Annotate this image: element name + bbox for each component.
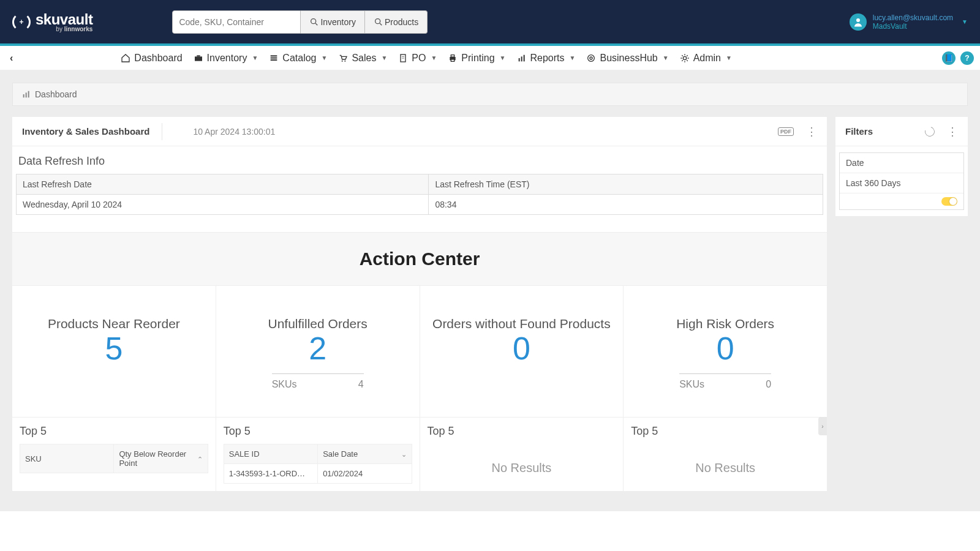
refresh-time-header: Last Refresh Time (EST)	[429, 174, 823, 195]
panel-timestamp: 10 Apr 2024 13:00:01	[193, 127, 275, 137]
top-title: Top 5	[631, 425, 820, 438]
filters-title: Filters	[845, 126, 873, 137]
user-icon	[853, 17, 864, 28]
nav-admin[interactable]: Admin▼	[680, 53, 732, 64]
svg-point-0	[311, 18, 316, 23]
card-title: Orders without Found Products	[432, 317, 611, 331]
svg-point-22	[590, 57, 592, 59]
brand-logo[interactable]: skuvault by linnworks	[12, 11, 92, 32]
breadcrumb: Dashboard	[12, 83, 968, 106]
col-sale-date[interactable]: Sale Date	[318, 444, 411, 463]
no-results: No Results	[631, 444, 820, 475]
reset-filters-icon[interactable]	[923, 125, 937, 138]
top-reorder: Top 5 SKU Qty Below Reorder Point	[12, 418, 216, 491]
top-highrisk: Top 5 No Results	[624, 418, 827, 491]
table-row[interactable]: 1-343593-1-1-ORD… 01/02/2024	[224, 464, 412, 484]
main-panel: Inventory & Sales Dashboard 10 Apr 2024 …	[12, 117, 827, 491]
top-title: Top 5	[428, 425, 616, 438]
brand-icon	[12, 13, 31, 31]
filters-panel: Filters ⋮ Date Last 360 Days	[835, 117, 968, 216]
list-icon	[269, 53, 279, 63]
refresh-time-value: 08:34	[429, 195, 823, 215]
card-unfulfilled[interactable]: Unfulfilled Orders 2 SKUs 4	[216, 286, 420, 417]
panel-header: Inventory & Sales Dashboard 10 Apr 2024 …	[12, 117, 827, 146]
svg-point-23	[683, 56, 686, 59]
nav-printing[interactable]: Printing▼	[448, 53, 505, 64]
chart-icon	[21, 89, 31, 99]
nav-catalog[interactable]: Catalog▼	[269, 53, 327, 64]
nav-dashboard[interactable]: Dashboard	[121, 53, 182, 64]
action-center-title: Action Center	[12, 232, 827, 286]
chart-icon	[517, 53, 527, 63]
refresh-title: Data Refresh Info	[16, 151, 823, 174]
svg-rect-7	[271, 55, 277, 56]
refresh-date-value: Wednesday, April 10 2024	[17, 195, 429, 215]
nav-po[interactable]: PO▼	[398, 53, 437, 64]
nav-sales[interactable]: Sales▼	[338, 53, 387, 64]
sort-desc-icon	[401, 449, 407, 459]
date-filter[interactable]: Date Last 360 Days	[839, 152, 964, 210]
back-button[interactable]: ‹	[6, 53, 17, 64]
top-title: Top 5	[20, 425, 208, 438]
user-email: lucy.allen@skuvault.com	[873, 13, 953, 22]
filters-menu-button[interactable]: ⋮	[947, 126, 958, 137]
search-group: Inventory Products	[172, 10, 428, 34]
user-menu[interactable]: lucy.allen@skuvault.com MadsVault ▼	[850, 13, 968, 31]
svg-point-4	[856, 18, 860, 22]
card-sub-label: SKUs	[679, 379, 704, 390]
nav-reports[interactable]: Reports▼	[517, 53, 576, 64]
svg-line-3	[380, 23, 382, 25]
no-results: No Results	[428, 444, 616, 475]
search-products-button[interactable]: Products	[365, 10, 428, 34]
help-icon[interactable]: ?	[960, 51, 974, 65]
search-icon	[374, 17, 383, 27]
filter-value: Last 360 Days	[840, 173, 963, 193]
top-five-section: Top 5 SKU Qty Below Reorder Point Top 5 …	[12, 417, 827, 491]
card-sub-value: 4	[358, 379, 364, 390]
card-title: High Risk Orders	[676, 317, 774, 331]
svg-rect-5	[195, 56, 202, 61]
filters-header: Filters ⋮	[835, 117, 968, 146]
refresh-table: Last Refresh Date Last Refresh Time (EST…	[16, 174, 823, 215]
svg-rect-18	[518, 58, 519, 61]
top-title: Top 5	[224, 425, 412, 438]
refresh-info: Data Refresh Info Last Refresh Date Last…	[12, 146, 827, 232]
cell-sale-id: 1-343593-1-1-ORD…	[224, 464, 318, 483]
col-sku[interactable]: SKU	[20, 444, 114, 473]
svg-point-21	[588, 54, 595, 61]
briefcase-icon	[194, 53, 203, 63]
col-qty-below[interactable]: Qty Below Reorder Point	[114, 444, 207, 473]
main-nav: ‹ Dashboard Inventory▼ Catalog▼ Sales▼ P…	[0, 46, 980, 70]
card-reorder[interactable]: Products Near Reorder 5	[12, 286, 216, 417]
user-account: MadsVault	[873, 22, 953, 31]
card-title: Unfulfilled Orders	[268, 317, 368, 331]
card-highrisk[interactable]: High Risk Orders 0 SKUs 0	[624, 286, 827, 417]
search-inventory-button[interactable]: Inventory	[301, 10, 365, 34]
action-cards: Products Near Reorder 5 Unfulfilled Orde…	[12, 286, 827, 417]
card-value: 2	[309, 331, 326, 366]
col-sale-id[interactable]: SALE ID	[224, 444, 318, 463]
chevron-down-icon: ▼	[962, 18, 968, 25]
refresh-date-header: Last Refresh Date	[17, 174, 429, 195]
cart-icon	[338, 53, 348, 63]
svg-rect-8	[271, 57, 277, 58]
svg-rect-25	[26, 92, 27, 97]
export-pdf-button[interactable]: PDF	[778, 127, 794, 136]
card-sub-label: SKUs	[272, 379, 297, 390]
content-area: Dashboard Inventory & Sales Dashboard 10…	[0, 70, 980, 511]
sort-asc-icon	[197, 454, 203, 463]
cell-sale-date: 01/02/2024	[318, 464, 411, 483]
nav-businesshub[interactable]: BusinessHub▼	[586, 53, 668, 64]
card-title: Products Near Reorder	[48, 317, 180, 331]
docs-icon[interactable]: 📘	[942, 51, 956, 65]
svg-rect-9	[271, 59, 277, 61]
print-icon	[448, 53, 458, 63]
filter-toggle[interactable]	[941, 197, 957, 206]
nav-inventory[interactable]: Inventory▼	[194, 53, 258, 64]
avatar	[850, 13, 867, 31]
search-input[interactable]	[172, 10, 301, 34]
card-nofound[interactable]: Orders without Found Products 0	[420, 286, 624, 417]
collapse-filters-tab[interactable]: ›	[818, 417, 827, 435]
panel-menu-button[interactable]: ⋮	[806, 126, 817, 137]
svg-point-2	[375, 18, 380, 23]
